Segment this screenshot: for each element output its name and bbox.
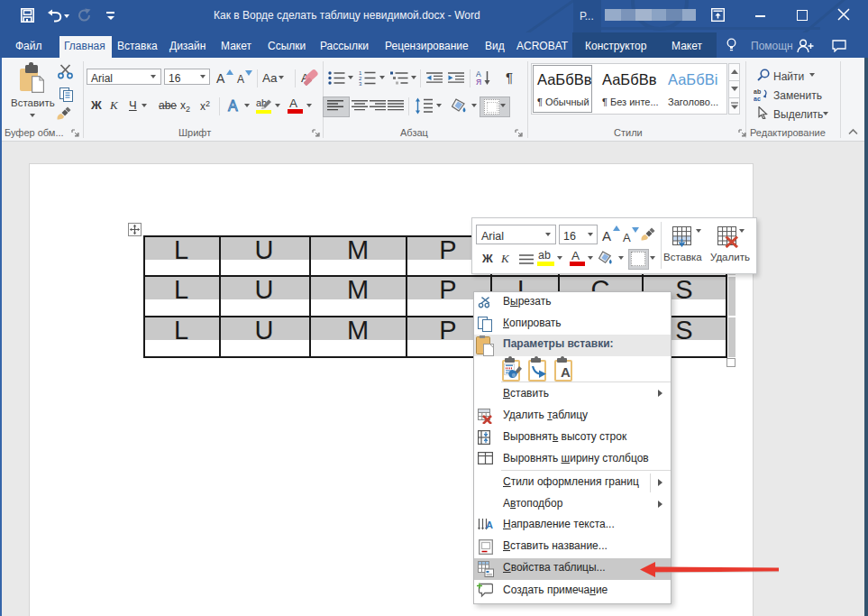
svg-text:ab: ab bbox=[754, 88, 761, 95]
svg-text:А: А bbox=[228, 98, 238, 114]
svg-text:3: 3 bbox=[359, 81, 362, 87]
svg-text:ac: ac bbox=[754, 96, 761, 102]
svg-text:Я: Я bbox=[476, 78, 481, 86]
svg-text:А: А bbox=[486, 519, 493, 530]
